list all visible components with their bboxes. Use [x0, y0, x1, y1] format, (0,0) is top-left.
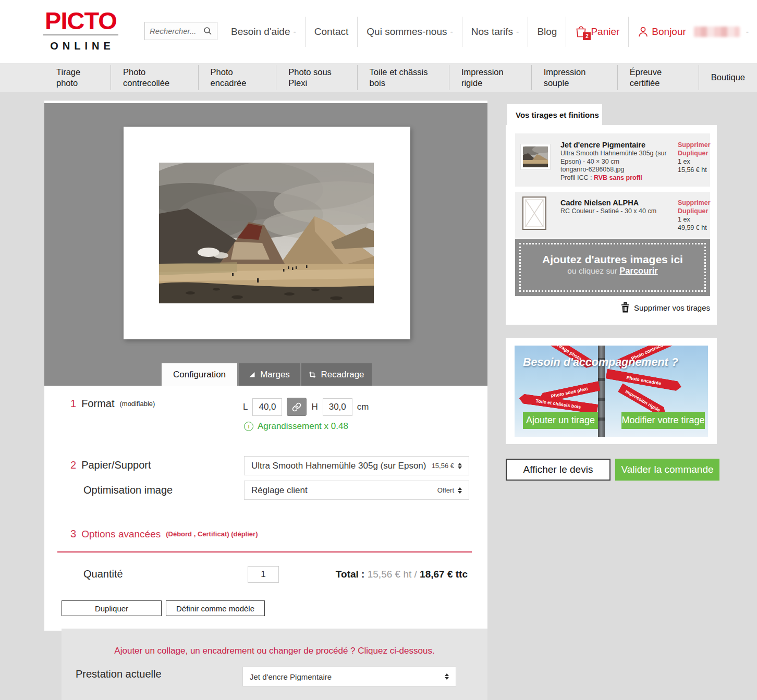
tab-marges[interactable]: Marges [239, 363, 300, 386]
paper-select[interactable]: Ultra Smooth Hahnemühle 305g (sur Epson)… [244, 456, 469, 475]
total-ttc: 18,67 € ttc [420, 569, 468, 580]
tab-recadrage[interactable]: Recadrage [301, 363, 372, 386]
nav-tirage-photo[interactable]: Tirage photo [44, 65, 111, 90]
nav-nos-tarifs[interactable]: Nos tarifs - [462, 26, 528, 38]
info-icon: i [244, 422, 253, 431]
change-process-cta: Ajouter un collage, un encadrement ou ch… [62, 646, 487, 656]
logo-line2: ONLINE [43, 34, 118, 52]
step-number: 2 [70, 459, 76, 471]
item-delete-link[interactable]: Supprimer [678, 141, 707, 149]
optim-price: Offert [437, 486, 454, 494]
add-print-button[interactable]: Ajouter un tirage [523, 412, 598, 429]
item-duplicate-link[interactable]: Dupliquer [678, 207, 707, 215]
nav-impression-rigide[interactable]: Impression rigide [449, 65, 532, 90]
nav-impression-souple[interactable]: Impression souple [532, 65, 618, 90]
cart-count-badge: 2 [583, 32, 591, 40]
width-label: L [243, 402, 248, 412]
unit-label: cm [357, 402, 369, 412]
optimisation-select[interactable]: Réglage client Offert [244, 481, 469, 500]
nav-toile-chassis[interactable]: Toile et châssis bois [358, 65, 449, 90]
step1-header: 1 Format (modifiable) [70, 398, 155, 410]
preview-photo [159, 163, 374, 303]
enlargement-info: i Agrandissement x 0.48 [244, 421, 348, 432]
cart-link[interactable]: 2 Panier [566, 25, 628, 38]
account-menu[interactable]: Bonjour - [629, 26, 757, 38]
sign-photo-encadree: Photo encadrée [605, 369, 682, 391]
signpost-banner: Tirage photo Photo contrecollée Photo en… [515, 346, 708, 437]
advanced-options-toggle[interactable]: 3 Options avancées (Débord , Certificat)… [70, 528, 258, 540]
nav-epreuve-certifiee[interactable]: Épreuve certifiée [618, 65, 699, 90]
prestation-select[interactable]: Jet d'encre Pigmentaire [242, 667, 456, 686]
nav-qui-sommes-nous[interactable]: Qui sommes-nous - [358, 26, 462, 38]
select-arrows-icon [445, 673, 449, 680]
logo-line1: PICTO [43, 9, 118, 33]
item-title: Cadre Nielsen ALPHA [560, 199, 674, 207]
chevron-down-icon: - [450, 27, 453, 36]
change-process-panel: Ajouter un collage, un encadrement ou ch… [62, 629, 487, 700]
nav-boutique[interactable]: Boutique [699, 70, 757, 84]
browse-link[interactable]: Parcourir [619, 266, 657, 275]
quantity-label: Quantité [83, 568, 123, 580]
item-price: 49,59 € ht [678, 224, 707, 232]
nav-photo-sous-plexi[interactable]: Photo sous Plexi [276, 65, 357, 90]
image-dropzone[interactable]: Ajoutez d'autres images ici ou cliquez s… [515, 239, 710, 296]
search-box[interactable] [144, 22, 217, 40]
item-qty: 1 ex [678, 157, 707, 166]
total-ht: 15,56 € ht / [368, 569, 417, 580]
nav-photo-contrecollee[interactable]: Photo contrecollée [111, 65, 198, 90]
item-filename: tongariro-6286058.jpg [560, 166, 674, 174]
print-item: Jet d'encre Pigmentaire Ultra Smooth Hah… [515, 133, 710, 187]
user-icon [638, 26, 649, 38]
lock-ratio-button[interactable] [287, 398, 307, 416]
banner-title: Besoin d'accompagnement ? [523, 356, 678, 369]
nav-photo-encadree[interactable]: Photo encadrée [199, 65, 277, 90]
format-controls: L H cm [243, 398, 369, 416]
modify-print-button[interactable]: Modifier votre tirage [621, 412, 705, 429]
item-desc: Ultra Smooth Hahnemühle 305g (sur Epson)… [560, 150, 674, 166]
step1-label: Format [81, 398, 114, 410]
dropzone-subtitle: ou cliquez sur Parcourir [515, 266, 710, 276]
item-qty: 1 ex [678, 215, 707, 224]
height-input[interactable] [323, 398, 352, 416]
step1-note: (modifiable) [119, 400, 155, 408]
select-arrows-icon [458, 487, 462, 494]
width-input[interactable] [252, 398, 282, 416]
total-line: Total : 15,56 € ht / 18,67 € ttc [292, 569, 468, 580]
set-template-button[interactable]: Définir comme modèle [166, 600, 265, 616]
user-name-redacted [694, 27, 740, 37]
item-thumbnail [520, 144, 551, 170]
prestation-label: Prestation actuelle [76, 668, 162, 680]
item-desc: RC Couleur - Satiné - 30 x 40 cm [560, 207, 674, 216]
show-quote-button[interactable]: Afficher le devis [506, 459, 611, 481]
tab-configuration[interactable]: Configuration [162, 363, 237, 386]
delete-all-prints[interactable]: Supprimer vos tirages [515, 302, 710, 313]
step2-label: Papier/Support [81, 459, 151, 471]
picto-logo[interactable]: PICTO ONLINE [43, 9, 118, 52]
trash-icon [621, 302, 630, 313]
paper-price: 15,56 € [432, 462, 454, 470]
section-divider [57, 551, 472, 552]
item-title: Jet d'encre Pigmentaire [560, 141, 674, 150]
icc-warning: RVB sans profil [594, 174, 642, 181]
print-item: Cadre Nielsen ALPHA RC Couleur - Satiné … [515, 192, 710, 238]
chevron-down-icon: - [294, 27, 296, 36]
search-input[interactable] [150, 27, 203, 35]
chevron-down-icon: - [746, 27, 749, 36]
search-icon[interactable] [203, 27, 212, 35]
optim-label: Optimisation image [83, 484, 173, 496]
duplicate-button[interactable]: Dupliquer [62, 600, 162, 616]
nav-besoin-daide[interactable]: Besoin d'aide - [222, 26, 305, 38]
header-nav: Besoin d'aide - Contact Qui sommes-nous … [222, 0, 757, 63]
link-icon [292, 402, 301, 412]
item-duplicate-link[interactable]: Dupliquer [678, 149, 707, 157]
nav-contact[interactable]: Contact [306, 26, 357, 38]
step-number: 1 [70, 398, 76, 410]
item-delete-link[interactable]: Supprimer [678, 199, 707, 207]
frame-placeholder-icon [522, 197, 546, 230]
quantity-input[interactable] [248, 566, 279, 583]
cart-icon: 2 [575, 25, 587, 38]
select-arrows-icon [458, 463, 462, 469]
nav-blog[interactable]: Blog [528, 26, 566, 38]
height-label: H [311, 402, 318, 412]
validate-order-button[interactable]: Valider la commande [615, 459, 719, 481]
